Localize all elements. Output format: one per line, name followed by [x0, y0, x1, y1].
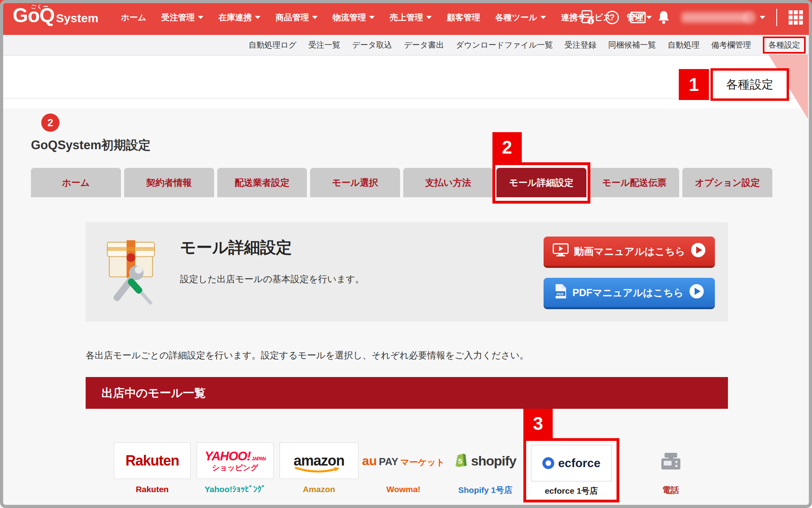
mall-label: 電話 [645, 485, 696, 496]
app-window: ごくーGoQSystem ホーム 受注管理 在庫連携 商品管理 物流管理 売上管… [0, 0, 812, 508]
nav-sales[interactable]: 売上管理 [390, 12, 432, 23]
amazon-smile-icon [294, 467, 342, 475]
mall-label: Rakuten [114, 485, 191, 494]
toolbox-illustration-icon [97, 233, 164, 312]
tab-home[interactable]: ホーム [31, 168, 121, 197]
nav-home[interactable]: ホーム [121, 12, 146, 23]
logo-sub: System [56, 12, 98, 25]
malls-instruction: 各出店モールごとの詳細設定を行います。設定するモールを選択し、それぞれ必要情報を… [86, 349, 529, 362]
play-icon [691, 242, 706, 260]
sub-nav: 自動処理ログ 受注一覧 データ取込 データ書出 ダウンロードファイル一覧 受注登… [0, 35, 812, 56]
subnav-order-register[interactable]: 受注登録 [565, 40, 596, 50]
mall-label: ecforce 1号店 [531, 485, 612, 496]
nav-customer[interactable]: 顧客管理 [447, 12, 480, 23]
divider [776, 9, 777, 26]
subnav-data-import[interactable]: データ取込 [352, 40, 392, 50]
subnav-download-files[interactable]: ダウンロードファイル一覧 [456, 40, 553, 50]
user-account-menu[interactable] [682, 11, 765, 24]
notification-bell-icon[interactable] [657, 10, 670, 25]
chevron-down-icon [198, 16, 203, 19]
mall-ecforce[interactable]: 3 ecforce ecforce 1号店 [523, 438, 619, 502]
tab-carrier-settings[interactable]: 配送業者設定 [217, 168, 307, 197]
mall-amazon[interactable]: amazon Amazon [280, 443, 358, 494]
nav-inventory[interactable]: 在庫連携 [218, 12, 260, 23]
chevron-down-icon [255, 16, 260, 19]
chevron-down-icon [540, 16, 546, 19]
mall-shopify[interactable]: S shopify Shopify 1号店 [448, 443, 523, 496]
mall-label: Shopify 1号店 [448, 485, 523, 496]
nav-tools[interactable]: 各種ツール [495, 12, 546, 23]
banner-description: 設定した出店モールの基本設定を行います。 [180, 273, 364, 285]
ecforce-logo: ecforce [531, 445, 612, 481]
tab-option-settings[interactable]: オプション設定 [682, 168, 772, 197]
callout-1-number: 1 [679, 69, 709, 100]
app-grid-icon[interactable] [788, 10, 803, 25]
au-pay-market-logo: au PAY マーケット [365, 443, 442, 479]
nav-logistics[interactable]: 物流管理 [333, 12, 375, 23]
callout-2-number: 2 [492, 132, 522, 162]
mall-rakuten[interactable]: Rakuten Rakuten [114, 443, 191, 494]
mall-phone[interactable]: 電話 [645, 443, 696, 496]
pdf-file-icon: PDF [554, 284, 567, 301]
goq-logo[interactable]: ごくーGoQSystem [13, 4, 98, 27]
nav-order-management[interactable]: 受注管理 [161, 12, 203, 23]
manual-document-icon[interactable] [581, 10, 594, 25]
subnav-remarks-management[interactable]: 備考欄管理 [711, 40, 751, 50]
new-orders-count-badge: 2 [41, 114, 59, 132]
mall-yahoo-shopping[interactable]: YAHOO!JAPAN ショッピング Yahoo!ｼｮｯﾋﾟﾝｸﾞ [197, 443, 274, 494]
chevron-down-icon [312, 16, 318, 19]
page-title: GoQSystem初期設定 [31, 137, 150, 154]
subnav-order-list[interactable]: 受注一覧 [308, 40, 340, 50]
mall-label: Amazon [280, 485, 358, 494]
malls-section-header: 出店中のモール一覧 [86, 377, 728, 409]
mail-icon[interactable] [630, 12, 646, 23]
nav-product[interactable]: 商品管理 [276, 12, 318, 23]
chevron-down-icon [426, 16, 432, 19]
tab-payment-method[interactable]: 支払い方法 [403, 168, 493, 197]
avatar [743, 11, 756, 24]
tab-mall-detail-settings[interactable]: モール詳細設定 2 [496, 168, 586, 197]
main-nav: ホーム 受注管理 在庫連携 商品管理 物流管理 売上管理 顧客管理 各種ツール … [121, 0, 652, 35]
chevron-down-icon [369, 16, 375, 19]
chevron-down-icon [760, 16, 765, 19]
svg-text:S: S [458, 458, 462, 465]
subnav-bundle-candidates[interactable]: 同梱候補一覧 [608, 40, 656, 50]
banner-title: モール詳細設定 [180, 237, 292, 258]
tab-mall-select[interactable]: モール選択 [310, 168, 400, 197]
monitor-icon [553, 243, 569, 259]
mall-wowma[interactable]: au PAY マーケット Wowma! [365, 443, 442, 494]
logo-ruby: ごくー [31, 3, 49, 10]
help-icon[interactable]: ? [605, 11, 619, 24]
pdf-manual-button[interactable]: PDF PDFマニュアルはこちら [544, 278, 715, 307]
svg-text:PDF: PDF [556, 292, 564, 296]
ecforce-ring-icon [542, 457, 554, 469]
mall-detail-banner: モール詳細設定 設定した出店モールの基本設定を行います。 動画マニュアルはこちら… [86, 222, 728, 321]
tab-contractor-info[interactable]: 契約者情報 [124, 168, 214, 197]
header-actions: ? [581, 0, 803, 35]
user-name-blurred [682, 12, 747, 23]
subnav-auto-process[interactable]: 自動処理 [668, 40, 699, 50]
shopify-logo: S shopify [448, 443, 523, 479]
callout-3-number: 3 [523, 409, 553, 438]
play-icon [689, 284, 704, 301]
tab-mall-shipping-slip[interactable]: モール配送伝票 [590, 168, 680, 197]
amazon-logo: amazon [280, 443, 358, 479]
subnav-settings[interactable]: 各種設定 [763, 37, 806, 54]
mall-label: Yahoo!ｼｮｯﾋﾟﾝｸﾞ [197, 485, 274, 494]
rakuten-logo: Rakuten [114, 443, 191, 479]
subnav-auto-process-log[interactable]: 自動処理ログ [249, 40, 297, 50]
subnav-data-export[interactable]: データ書出 [404, 40, 444, 50]
settings-tabs: ホーム 契約者情報 配送業者設定 モール選択 支払い方法 モール詳細設定 2 モ… [31, 168, 772, 197]
top-header: ごくーGoQSystem ホーム 受注管理 在庫連携 商品管理 物流管理 売上管… [0, 0, 812, 35]
video-manual-button[interactable]: 動画マニュアルはこちら [544, 237, 715, 266]
mall-label: Wowma! [365, 485, 442, 494]
callout-1-settings-box: 各種設定 [710, 68, 789, 101]
shopify-bag-icon: S [454, 452, 468, 470]
phone-icon [645, 443, 696, 479]
yahoo-logo: YAHOO!JAPAN ショッピング [197, 443, 274, 479]
